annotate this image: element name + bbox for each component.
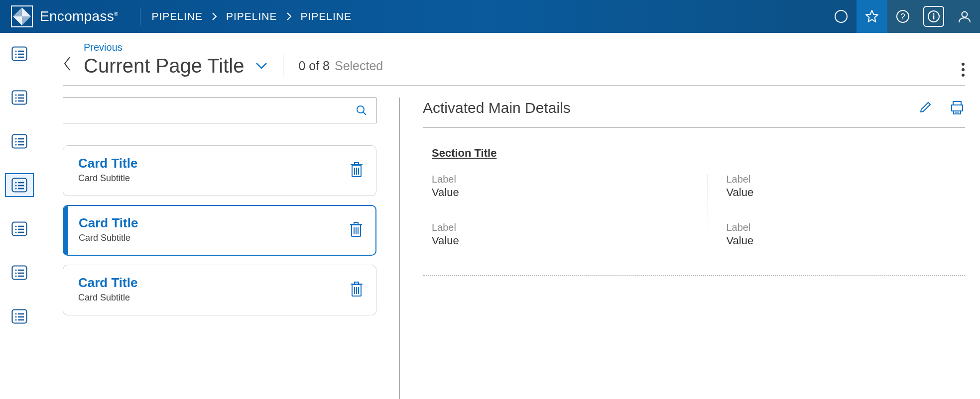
svg-point-25 — [15, 141, 16, 142]
sidebar-item-1[interactable] — [5, 42, 34, 66]
chevron-right-icon — [286, 12, 292, 21]
svg-point-41 — [15, 231, 16, 233]
card-title: Card Title — [78, 275, 349, 291]
more-vert-icon[interactable] — [961, 62, 965, 77]
svg-point-16 — [15, 94, 16, 96]
trash-icon[interactable] — [349, 161, 364, 179]
svg-point-53 — [15, 316, 16, 317]
card-subtitle: Card Subtitle — [78, 173, 349, 184]
card-item[interactable]: Card TitleCard Subtitle — [63, 205, 376, 256]
card-item[interactable]: Card TitleCard Subtitle — [63, 145, 376, 196]
svg-rect-17 — [18, 95, 24, 96]
svg-point-39 — [15, 228, 16, 230]
print-icon[interactable] — [949, 100, 965, 115]
svg-point-57 — [962, 63, 965, 66]
svg-rect-12 — [18, 54, 24, 55]
svg-rect-74 — [953, 101, 961, 105]
breadcrumb-item[interactable]: PIPELINE — [151, 10, 203, 22]
section-bottom-divider — [423, 275, 965, 276]
page-title: Current Page Title — [84, 55, 244, 77]
svg-rect-52 — [18, 313, 24, 315]
field-value: Value — [432, 186, 699, 199]
svg-point-5 — [933, 13, 934, 14]
field-value: Value — [727, 234, 966, 247]
svg-rect-49 — [18, 276, 24, 277]
svg-rect-28 — [18, 144, 24, 146]
brand-logo-icon — [11, 5, 33, 27]
svg-rect-26 — [18, 141, 24, 143]
info-icon-button[interactable] — [918, 0, 949, 33]
svg-point-13 — [15, 56, 16, 58]
svg-point-7 — [962, 12, 968, 17]
svg-point-59 — [962, 74, 965, 77]
breadcrumb: PIPELINE PIPELINE PIPELINE — [151, 10, 352, 22]
svg-rect-35 — [18, 188, 24, 190]
edit-icon[interactable] — [918, 100, 932, 115]
detail-field: LabelValue — [432, 222, 699, 247]
sidebar-item-2[interactable] — [5, 86, 34, 109]
trash-icon[interactable] — [349, 220, 364, 238]
search-input[interactable] — [63, 98, 376, 123]
field-label: Label — [727, 174, 966, 185]
selection-bar — [64, 206, 68, 255]
field-label: Label — [432, 174, 699, 185]
detail-field: LabelValue — [699, 222, 966, 247]
svg-point-55 — [15, 319, 16, 320]
svg-rect-33 — [18, 185, 24, 187]
breadcrumb-item[interactable]: PIPELINE — [301, 10, 352, 22]
svg-point-46 — [15, 272, 16, 274]
selection-count: 0 of 8Selected — [298, 59, 383, 73]
details-panel: Activated Main Details Section Title Lab… — [423, 98, 965, 399]
previous-link[interactable]: Previous — [84, 42, 383, 53]
card-title: Card Title — [78, 156, 349, 171]
selection-label: Selected — [335, 59, 383, 73]
svg-rect-21 — [18, 100, 24, 102]
svg-rect-38 — [18, 226, 24, 227]
brand[interactable]: Encompass® — [0, 5, 129, 27]
detail-field: LabelValue — [699, 174, 966, 199]
main-area: Previous Current Page Title 0 of 8Select… — [39, 33, 980, 399]
sidebar-item-7[interactable] — [5, 304, 34, 328]
help-icon-button[interactable]: ? — [887, 0, 918, 33]
svg-text:?: ? — [900, 12, 905, 21]
nav-divider — [140, 7, 140, 25]
svg-rect-54 — [18, 316, 24, 318]
nav-icons: ? — [826, 0, 980, 33]
trash-icon[interactable] — [349, 280, 364, 298]
svg-rect-10 — [18, 51, 24, 52]
svg-rect-56 — [18, 319, 24, 321]
circle-icon-button[interactable] — [826, 0, 857, 33]
svg-point-30 — [15, 182, 16, 183]
brand-name: Encompass® — [40, 8, 118, 24]
left-sidebar — [0, 33, 39, 399]
field-value: Value — [727, 186, 966, 199]
card-title: Card Title — [79, 215, 349, 231]
field-value: Value — [432, 234, 699, 247]
sidebar-item-4[interactable] — [5, 173, 34, 197]
svg-rect-31 — [18, 182, 24, 184]
back-arrow-icon[interactable] — [63, 55, 72, 72]
svg-point-34 — [15, 188, 16, 189]
svg-point-32 — [15, 185, 16, 186]
svg-line-61 — [364, 112, 367, 115]
card-item[interactable]: Card TitleCard Subtitle — [63, 265, 376, 315]
svg-point-48 — [15, 275, 16, 277]
chevron-down-icon[interactable] — [255, 62, 268, 70]
star-icon-button[interactable] — [857, 0, 887, 33]
search-icon — [356, 105, 367, 116]
sidebar-item-3[interactable] — [5, 129, 34, 153]
svg-point-18 — [15, 97, 16, 99]
sidebar-item-5[interactable] — [5, 217, 34, 241]
sidebar-item-6[interactable] — [5, 261, 34, 285]
svg-point-9 — [15, 50, 16, 52]
svg-rect-19 — [18, 98, 24, 99]
field-label: Label — [432, 222, 699, 233]
svg-rect-42 — [18, 232, 24, 233]
top-navbar: Encompass® PIPELINE PIPELINE PIPELINE ? — [0, 0, 980, 33]
user-icon-button[interactable] — [949, 0, 980, 33]
breadcrumb-item[interactable]: PIPELINE — [226, 10, 277, 22]
detail-field: LabelValue — [432, 174, 699, 199]
card-subtitle: Card Subtitle — [78, 293, 349, 303]
column-divider — [399, 98, 400, 399]
svg-point-11 — [15, 53, 16, 55]
